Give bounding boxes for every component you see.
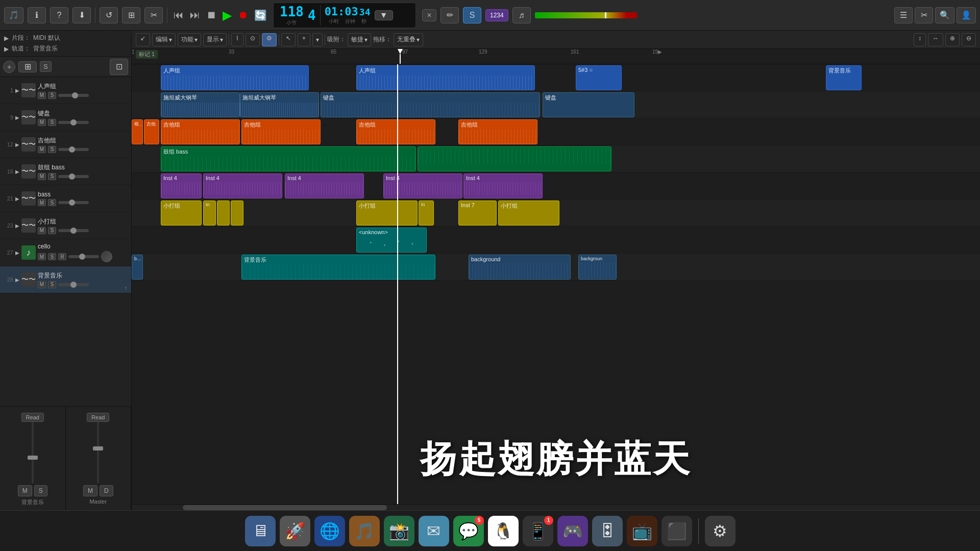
- clip-steinway-2[interactable]: 施坦威大钢琴: [240, 92, 319, 117]
- add-track-btn[interactable]: +: [3, 61, 15, 73]
- track-play-5[interactable]: ▶: [15, 196, 19, 202]
- download-btn[interactable]: ⬇: [72, 7, 91, 23]
- track-fader-7[interactable]: [68, 255, 99, 258]
- track-play-7[interactable]: ▶: [15, 250, 19, 256]
- time-dropdown-btn[interactable]: ▼: [375, 10, 393, 20]
- info-btn[interactable]: ℹ: [28, 7, 46, 23]
- zoom-width-btn[interactable]: ↔: [928, 33, 943, 46]
- clip-5hash3[interactable]: 5#3 ○: [576, 65, 622, 90]
- play-btn[interactable]: ▶: [220, 6, 234, 24]
- clip-jitazu-3[interactable]: 吉他组: [356, 119, 435, 144]
- clip-xiaozu-1[interactable]: 小打组: [161, 201, 202, 226]
- main-s-btn-1[interactable]: S: [34, 485, 47, 496]
- clip-inst4-5[interactable]: Inst 4: [463, 173, 543, 198]
- dock-messages[interactable]: 💬 5: [453, 516, 484, 546]
- clip-unknown[interactable]: <unknown>: [356, 228, 427, 253]
- record-btn[interactable]: ⏺: [236, 7, 250, 23]
- s-track-btn[interactable]: S: [40, 61, 52, 72]
- mute-btn-5[interactable]: M: [38, 199, 46, 206]
- clip-inst4-1[interactable]: Inst 4: [161, 173, 202, 198]
- track-play-6[interactable]: ▶: [15, 223, 19, 229]
- track-fader-4[interactable]: [58, 175, 89, 178]
- main-m-btn-1[interactable]: M: [18, 485, 32, 496]
- clip-inst4-4[interactable]: Inst 4: [383, 173, 462, 198]
- clip-bg-end[interactable]: 背景音乐: [826, 65, 862, 90]
- arrange-scrollbar[interactable]: [132, 504, 980, 510]
- search-btn[interactable]: 🔍: [935, 7, 954, 23]
- clip-jitazu-1[interactable]: 吉他组: [161, 119, 240, 144]
- piece-row[interactable]: ▶ 片段： MIDI 默认: [4, 34, 127, 42]
- mute-btn-7[interactable]: M: [38, 253, 46, 260]
- scissors-btn[interactable]: ✂: [915, 7, 933, 23]
- track-fader-3[interactable]: [58, 148, 89, 151]
- mute-btn-1[interactable]: M: [38, 92, 46, 99]
- dock-finder[interactable]: 🖥: [245, 516, 276, 546]
- stop-btn[interactable]: ⏹: [204, 7, 218, 23]
- fader-track-1[interactable]: [32, 422, 34, 483]
- clip-inst4-3[interactable]: Inst 4: [285, 173, 364, 198]
- dock-logic[interactable]: 🎛: [592, 516, 623, 546]
- track-options-btn[interactable]: ⊡: [110, 59, 128, 75]
- rewind-btn[interactable]: ⏮: [172, 7, 186, 23]
- zoom-out-btn[interactable]: ⊖: [962, 33, 976, 46]
- pencil-btn[interactable]: +: [298, 33, 310, 46]
- clip-bgjingyin[interactable]: 背景音乐: [241, 255, 435, 280]
- scroll-thumb[interactable]: [183, 505, 387, 510]
- help-btn[interactable]: ?: [50, 7, 68, 23]
- read-btn-1[interactable]: Read: [21, 413, 44, 422]
- dock-app[interactable]: 📱 1: [523, 516, 553, 546]
- smart-controls-btn[interactable]: 1234: [485, 9, 508, 21]
- clip-inst7[interactable]: Inst 7: [458, 201, 497, 226]
- track-play-1[interactable]: ▶: [15, 88, 19, 93]
- dock-qq[interactable]: 🐧: [488, 516, 519, 546]
- clip-backgroun[interactable]: backgroun: [578, 255, 617, 280]
- edit-dropdown[interactable]: 编辑 ▾: [152, 33, 176, 46]
- clip-genyuan[interactable]: 根源: [132, 119, 143, 144]
- clip-jianpan-1[interactable]: 键盘: [321, 92, 540, 117]
- clip-xiaozu-3[interactable]: 小打组: [498, 201, 559, 226]
- mute-btn-8[interactable]: M: [38, 281, 46, 288]
- mute-btn-4[interactable]: M: [38, 173, 46, 180]
- clip-steinway-1[interactable]: 施坦威大钢琴: [161, 92, 240, 117]
- dismiss-btn[interactable]: ✕: [422, 9, 436, 21]
- piano-btn[interactable]: ⊞: [122, 7, 140, 23]
- loop-btn[interactable]: 🔄: [252, 7, 269, 23]
- mute-btn-6[interactable]: M: [38, 227, 46, 234]
- main-d-btn-2[interactable]: D: [100, 485, 113, 496]
- clip-jitazu-4[interactable]: 吉他组: [458, 119, 537, 144]
- solo-btn-8[interactable]: S: [48, 281, 56, 288]
- dock-launchpad[interactable]: 🚀: [280, 516, 310, 546]
- track-fader-2[interactable]: [58, 121, 89, 124]
- pointer-btn[interactable]: ↖: [281, 33, 296, 46]
- read-btn-7[interactable]: R: [58, 253, 66, 260]
- tool-active-btn[interactable]: ⚙: [262, 33, 277, 46]
- drag-dropdown[interactable]: 无重叠 ▾: [394, 33, 423, 46]
- user-btn[interactable]: 👤: [957, 7, 976, 23]
- view-dropdown[interactable]: 显示 ▾: [203, 33, 227, 46]
- clip-gubass-1[interactable]: 鼓组 bass: [161, 146, 416, 171]
- clip-rengyushu-1[interactable]: 人声组: [161, 65, 309, 90]
- fader-track-2[interactable]: [97, 422, 99, 483]
- clip-y3[interactable]: [231, 201, 243, 226]
- track-row-header[interactable]: ▶ 轨道： 背景音乐: [4, 44, 127, 53]
- dock-settings[interactable]: ⚙: [705, 516, 736, 546]
- clip-inst4-2[interactable]: Inst 4: [203, 173, 282, 198]
- track-play-3[interactable]: ▶: [15, 142, 19, 147]
- s-btn[interactable]: S: [463, 7, 481, 23]
- clip-xiaozu-2[interactable]: 小打组: [356, 201, 418, 226]
- clip-in-1[interactable]: In: [203, 201, 216, 226]
- dock-safari[interactable]: 🌐: [314, 516, 345, 546]
- func-dropdown[interactable]: 功能 ▾: [178, 33, 201, 46]
- solo-btn-1[interactable]: S: [48, 92, 56, 99]
- pointer-dropdown[interactable]: ▾: [312, 33, 323, 46]
- track-play-2[interactable]: ▶: [15, 115, 19, 120]
- track-fader-5[interactable]: [58, 201, 89, 204]
- mute-btn-2[interactable]: M: [38, 119, 46, 126]
- cut-btn[interactable]: ✂: [144, 7, 163, 23]
- tuner-btn[interactable]: ♬: [512, 7, 531, 23]
- cello-knob[interactable]: [101, 251, 112, 262]
- solo-btn-5[interactable]: S: [48, 199, 56, 206]
- tool-bend-btn[interactable]: ⌇: [231, 33, 243, 46]
- logo-btn[interactable]: 🎵: [4, 7, 23, 23]
- solo-btn-4[interactable]: S: [48, 173, 56, 180]
